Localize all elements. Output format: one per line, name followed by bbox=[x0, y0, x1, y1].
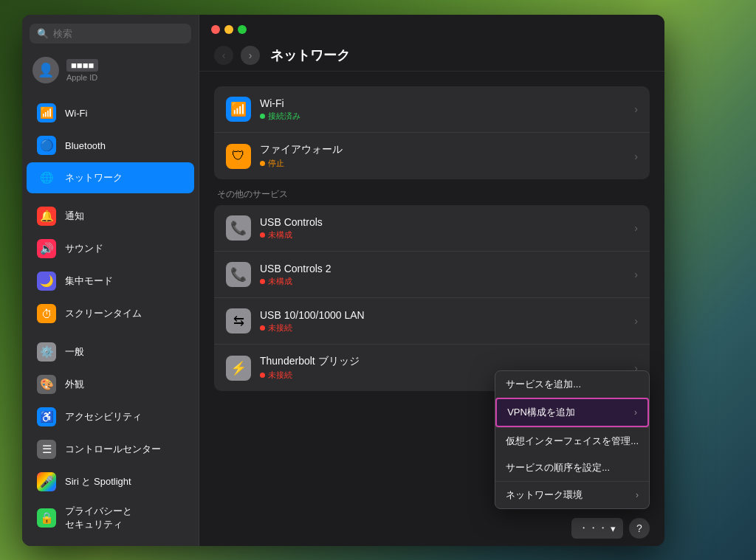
content-header: ‹ › ネットワーク bbox=[199, 34, 664, 72]
notification-icon: 🔔 bbox=[37, 207, 56, 226]
thunderbolt-name: Thunderbolt ブリッジ bbox=[260, 355, 634, 368]
sidebar-item-desktop[interactable]: 🖥 デスクトップと Dock bbox=[27, 545, 194, 546]
usb1-chevron: › bbox=[634, 222, 638, 234]
privacy-icon: 🔒 bbox=[37, 508, 56, 528]
usb2-chevron: › bbox=[634, 269, 638, 280]
help-button[interactable]: ? bbox=[629, 518, 650, 539]
bottom-toolbar: ・・・ ▾ ? bbox=[199, 511, 664, 546]
more-chevron-icon: ▾ bbox=[611, 523, 616, 534]
firewall-status-text: 停止 bbox=[268, 158, 284, 169]
close-button[interactable] bbox=[211, 25, 220, 34]
sidebar-item-bluetooth[interactable]: 🔵 Bluetooth bbox=[27, 130, 194, 161]
lan-chevron: › bbox=[634, 315, 638, 327]
maximize-button[interactable] bbox=[238, 25, 247, 34]
menu-item-label: 仮想インターフェイスを管理... bbox=[506, 435, 639, 448]
menu-item-label: ネットワーク環境 bbox=[506, 488, 583, 502]
menu-item-add-service[interactable]: サービスを追加... bbox=[495, 371, 649, 398]
other-services-label: その他のサービス bbox=[214, 188, 650, 201]
sidebar-item-network[interactable]: 🌐 ネットワーク bbox=[27, 162, 194, 193]
network-env-chevron-icon: › bbox=[636, 490, 639, 500]
avatar: 👤 bbox=[32, 57, 59, 83]
thunderbolt-status-text: 未接続 bbox=[268, 370, 292, 381]
sidebar-item-label: Siri と Spotlight bbox=[65, 475, 131, 488]
sidebar-item-appearance[interactable]: 🎨 外観 bbox=[27, 369, 194, 400]
usb2-status-dot bbox=[260, 279, 265, 284]
thunderbolt-status-dot bbox=[260, 373, 265, 378]
menu-item-label: サービスの順序を設定... bbox=[506, 461, 610, 474]
main-content: ‹ › ネットワーク 📶 Wi-Fi 接続済み › bbox=[199, 15, 664, 546]
menu-item-label: VPN構成を追加 bbox=[507, 406, 575, 419]
wifi-service-name: Wi-Fi bbox=[260, 97, 634, 109]
firewall-status-dot bbox=[260, 161, 265, 166]
usb1-service-row[interactable]: 📞 USB Controls 未構成 › bbox=[214, 205, 650, 252]
sidebar-item-siri[interactable]: 🎤 Siri と Spotlight bbox=[27, 466, 194, 497]
sidebar-item-general[interactable]: ⚙️ 一般 bbox=[27, 336, 194, 367]
usb2-icon: 📞 bbox=[226, 262, 251, 287]
firewall-chevron: › bbox=[634, 151, 638, 162]
wifi-icon: 📶 bbox=[37, 103, 56, 122]
menu-item-network-env[interactable]: ネットワーク環境 › bbox=[495, 482, 649, 508]
sidebar-item-wifi[interactable]: 📶 Wi-Fi bbox=[27, 97, 194, 128]
back-button[interactable]: ‹ bbox=[214, 46, 233, 65]
sidebar-item-privacy[interactable]: 🔒 プライバシーと セキュリティ bbox=[27, 499, 194, 537]
more-label: ・・・ bbox=[579, 522, 608, 535]
sidebar-item-label: アクセシビリティ bbox=[65, 410, 142, 424]
sidebar-item-label: 一般 bbox=[65, 345, 84, 359]
top-services-card: 📶 Wi-Fi 接続済み › 🛡 ファイアウォール bbox=[214, 86, 650, 179]
siri-icon: 🎤 bbox=[37, 472, 56, 491]
context-menu: サービスを追加... VPN構成を追加 › 仮想インターフェイスを管理... サ… bbox=[495, 370, 650, 509]
thunderbolt-icon: ⚡ bbox=[226, 356, 251, 381]
wifi-status-text: 接続済み bbox=[268, 111, 300, 122]
wifi-service-icon: 📶 bbox=[226, 97, 251, 122]
sidebar-item-label: Bluetooth bbox=[65, 140, 106, 151]
general-icon: ⚙️ bbox=[37, 342, 56, 362]
menu-item-set-order[interactable]: サービスの順序を設定... bbox=[495, 454, 649, 481]
wifi-status: 接続済み bbox=[260, 111, 634, 122]
apple-id-label: Apple ID bbox=[66, 73, 98, 82]
sidebar-item-label: プライバシーと セキュリティ bbox=[65, 505, 132, 531]
focus-icon: 🌙 bbox=[37, 272, 56, 291]
usb1-status-dot bbox=[260, 232, 265, 238]
apple-id-item[interactable]: 👤 ■■■■ Apple ID bbox=[22, 49, 199, 91]
lan-icon: ⇆ bbox=[226, 308, 251, 333]
menu-item-manage-virtual[interactable]: 仮想インターフェイスを管理... bbox=[495, 428, 649, 454]
sidebar-item-screentime[interactable]: ⏱ スクリーンタイム bbox=[27, 298, 194, 329]
sidebar-item-label: コントロールセンター bbox=[65, 443, 161, 456]
menu-item-add-vpn[interactable]: VPN構成を追加 › bbox=[495, 398, 649, 427]
appearance-icon: 🎨 bbox=[37, 375, 56, 394]
sidebar-item-label: サウンド bbox=[65, 242, 103, 255]
user-name: ■■■■ bbox=[66, 59, 98, 72]
controlcenter-icon: ☰ bbox=[37, 440, 56, 459]
sidebar-item-focus[interactable]: 🌙 集中モード bbox=[27, 266, 194, 297]
sidebar-item-label: ネットワーク bbox=[65, 171, 123, 184]
firewall-service-icon: 🛡 bbox=[226, 144, 251, 169]
sound-icon: 🔊 bbox=[37, 239, 56, 258]
sidebar-item-label: スクリーンタイム bbox=[65, 307, 142, 320]
search-icon: 🔍 bbox=[37, 28, 49, 39]
firewall-status: 停止 bbox=[260, 158, 634, 169]
other-services-card: 📞 USB Controls 未構成 › 📞 USB Controls 2 bbox=[214, 205, 650, 391]
wifi-service-row[interactable]: 📶 Wi-Fi 接続済み › bbox=[214, 86, 650, 133]
search-bar[interactable]: 🔍 bbox=[30, 24, 191, 44]
sidebar-item-notification[interactable]: 🔔 通知 bbox=[27, 201, 194, 232]
sidebar-item-controlcenter[interactable]: ☰ コントロールセンター bbox=[27, 434, 194, 465]
firewall-service-name: ファイアウォール bbox=[260, 143, 634, 156]
lan-name: USB 10/100/1000 LAN bbox=[260, 309, 634, 321]
sidebar: 🔍 👤 ■■■■ Apple ID 📶 Wi-Fi 🔵 Bluetooth 🌐 … bbox=[22, 15, 199, 546]
menu-chevron-icon: › bbox=[634, 407, 637, 418]
usb2-service-row[interactable]: 📞 USB Controls 2 未構成 › bbox=[214, 252, 650, 298]
system-preferences-window: 🔍 👤 ■■■■ Apple ID 📶 Wi-Fi 🔵 Bluetooth 🌐 … bbox=[22, 15, 664, 546]
sidebar-item-accessibility[interactable]: ♿ アクセシビリティ bbox=[27, 401, 194, 432]
sidebar-item-sound[interactable]: 🔊 サウンド bbox=[27, 233, 194, 264]
forward-button[interactable]: › bbox=[241, 46, 260, 65]
firewall-service-row[interactable]: 🛡 ファイアウォール 停止 › bbox=[214, 133, 650, 179]
minimize-button[interactable] bbox=[224, 25, 233, 34]
wifi-status-dot bbox=[260, 114, 265, 119]
sidebar-item-label: 集中モード bbox=[65, 274, 113, 288]
more-button[interactable]: ・・・ ▾ bbox=[571, 518, 623, 539]
lan-service-row[interactable]: ⇆ USB 10/100/1000 LAN 未接続 › bbox=[214, 298, 650, 345]
usb1-name: USB Controls bbox=[260, 216, 634, 228]
lan-status-dot bbox=[260, 325, 265, 331]
bluetooth-icon: 🔵 bbox=[37, 136, 56, 155]
search-input[interactable] bbox=[53, 28, 184, 39]
